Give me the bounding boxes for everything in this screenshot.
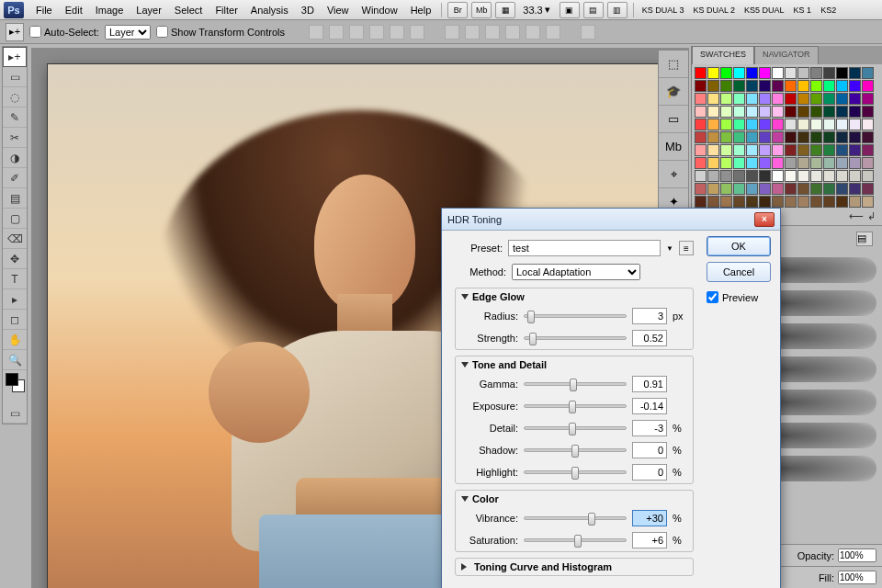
- highlight-input[interactable]: [632, 464, 667, 481]
- swatch[interactable]: [797, 93, 809, 105]
- swatch[interactable]: [759, 67, 771, 79]
- method-select[interactable]: Local Adaptation: [512, 264, 640, 280]
- swatch[interactable]: [733, 106, 745, 118]
- swatch[interactable]: [849, 170, 861, 182]
- swatch[interactable]: [772, 67, 784, 79]
- workspace-ks2[interactable]: KS2: [816, 3, 841, 17]
- healing-tool[interactable]: ✐: [3, 168, 27, 188]
- swatch[interactable]: [823, 170, 835, 182]
- detail-slider[interactable]: [524, 426, 627, 430]
- swatch[interactable]: [695, 119, 707, 130]
- swatch[interactable]: [733, 170, 745, 182]
- swatch[interactable]: [746, 106, 758, 118]
- swatch[interactable]: [849, 106, 861, 118]
- swatch[interactable]: [836, 196, 848, 208]
- swatch[interactable]: [695, 93, 707, 105]
- swatch[interactable]: [720, 106, 732, 118]
- swatch[interactable]: [772, 119, 784, 130]
- swatch[interactable]: [862, 157, 874, 169]
- menu-filter[interactable]: Filter: [209, 2, 243, 18]
- shadow-slider[interactable]: [524, 448, 627, 452]
- menu-view[interactable]: View: [321, 2, 356, 18]
- swatch[interactable]: [862, 67, 874, 79]
- swatch[interactable]: [707, 106, 719, 118]
- swatch[interactable]: [810, 157, 822, 169]
- swatch[interactable]: [746, 93, 758, 105]
- swatch[interactable]: [785, 170, 797, 182]
- show-transform-checkbox[interactable]: Show Transform Controls: [156, 26, 285, 38]
- distribute-icon[interactable]: [485, 25, 500, 40]
- arrange-icon-1[interactable]: ▣: [560, 2, 580, 18]
- shape-tool[interactable]: ◻: [3, 310, 27, 330]
- swatch[interactable]: [823, 80, 835, 92]
- swatch[interactable]: [797, 170, 809, 182]
- swatch[interactable]: [823, 196, 835, 208]
- swatch[interactable]: [823, 131, 835, 143]
- swatch[interactable]: [836, 106, 848, 118]
- swatch[interactable]: [823, 67, 835, 79]
- swatch[interactable]: [849, 80, 861, 92]
- swatch[interactable]: [810, 144, 822, 156]
- marquee-tool[interactable]: ▭: [3, 67, 27, 87]
- swatch[interactable]: [720, 93, 732, 105]
- swatch[interactable]: [733, 80, 745, 92]
- workspace-ks5dual[interactable]: KS5 DUAL: [740, 3, 789, 17]
- color-chips[interactable]: [3, 370, 27, 403]
- align-icon[interactable]: [329, 25, 344, 40]
- swatch[interactable]: [707, 183, 719, 195]
- highlight-slider[interactable]: [524, 470, 627, 474]
- swatch[interactable]: [849, 183, 861, 195]
- swatch[interactable]: [823, 144, 835, 156]
- dock-icon[interactable]: ⌖: [659, 161, 688, 188]
- dock-icon[interactable]: Mb: [659, 133, 688, 161]
- align-icon[interactable]: [349, 25, 364, 40]
- distribute-icon[interactable]: [505, 25, 520, 40]
- swatch[interactable]: [797, 144, 809, 156]
- swatch[interactable]: [707, 144, 719, 156]
- swatch[interactable]: [759, 80, 771, 92]
- swatch[interactable]: [772, 131, 784, 143]
- bridge-icon[interactable]: Br: [447, 2, 468, 18]
- scroll-left-icon[interactable]: ⟵: [849, 210, 864, 222]
- swatch[interactable]: [862, 80, 874, 92]
- swatch[interactable]: [849, 67, 861, 79]
- gamma-slider[interactable]: [524, 382, 627, 386]
- menu-edit[interactable]: Edit: [59, 2, 89, 18]
- saturation-slider[interactable]: [524, 538, 627, 542]
- swatch[interactable]: [707, 170, 719, 182]
- swatch[interactable]: [836, 80, 848, 92]
- align-icon[interactable]: [390, 25, 404, 40]
- foreground-color[interactable]: [6, 373, 18, 386]
- zoom-tool[interactable]: 🔍: [3, 350, 27, 370]
- close-button[interactable]: ×: [754, 212, 775, 227]
- distribute-icon[interactable]: [465, 25, 480, 40]
- distribute-icon[interactable]: [546, 25, 560, 40]
- menu-help[interactable]: Help: [404, 2, 438, 18]
- shadow-input[interactable]: [632, 442, 667, 458]
- dock-icon[interactable]: 🎓: [659, 78, 688, 106]
- tab-navigator[interactable]: NAVIGATOR: [754, 46, 819, 64]
- brush-options-icon[interactable]: ▤: [856, 232, 873, 246]
- swatch[interactable]: [836, 144, 848, 156]
- swatch[interactable]: [810, 80, 822, 92]
- swatch[interactable]: [733, 144, 745, 156]
- swatch[interactable]: [695, 131, 707, 143]
- swatch[interactable]: [849, 157, 861, 169]
- swatch[interactable]: [823, 93, 835, 105]
- menu-select[interactable]: Select: [168, 2, 209, 18]
- swatch[interactable]: [733, 119, 745, 130]
- swatch[interactable]: [862, 196, 874, 208]
- swatch[interactable]: [810, 93, 822, 105]
- swatch[interactable]: [772, 196, 784, 208]
- swatch[interactable]: [785, 106, 797, 118]
- eyedropper-tool[interactable]: ◑: [3, 148, 27, 168]
- strength-slider[interactable]: [524, 336, 627, 340]
- quickselect-tool[interactable]: ✎: [3, 107, 27, 128]
- swatch[interactable]: [772, 80, 784, 92]
- menu-window[interactable]: Window: [356, 2, 404, 18]
- swatch[interactable]: [720, 157, 732, 169]
- swatch[interactable]: [695, 67, 707, 79]
- workspace-ksdual3[interactable]: KS DUAL 3: [638, 3, 689, 17]
- minibridge-icon[interactable]: Mb: [471, 2, 492, 18]
- swatch[interactable]: [862, 106, 874, 118]
